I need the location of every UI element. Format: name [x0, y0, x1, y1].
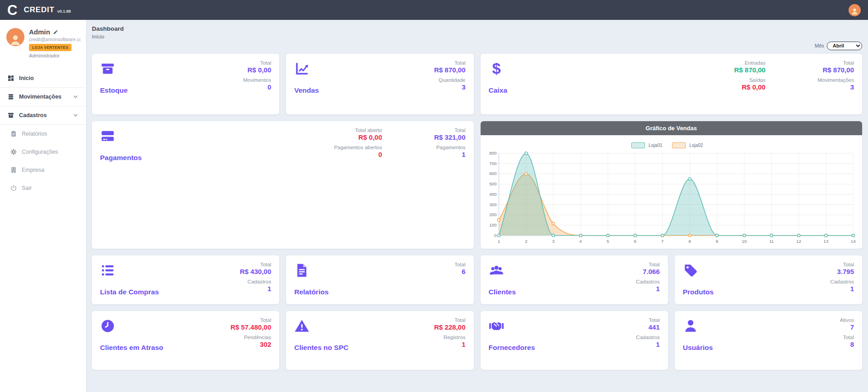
sidebar-item-relatorios[interactable]: Relatórios	[0, 125, 86, 143]
month-label: Mês	[815, 43, 824, 48]
stat-label: Pagamentos	[434, 145, 465, 150]
stat-label: Total	[230, 317, 271, 323]
card-title[interactable]: Relatórios	[294, 288, 465, 296]
top-bar: C CREDIT v0.1.88	[0, 0, 868, 20]
stat-label: Total	[434, 128, 465, 133]
card-clientes-em-atraso[interactable]: Clientes em Atraso TotalR$ 57.480,00 Pen…	[92, 311, 279, 370]
stat-label: Saídas	[734, 77, 765, 83]
stat-value: R$ 57.480,00	[230, 323, 271, 331]
card-estoque[interactable]: Estoque TotalR$ 0,00 Movimentos0	[92, 54, 279, 114]
card-clientes-no-spc[interactable]: Clientes no SPC TotalR$ 228,00 Registros…	[286, 311, 473, 370]
chart-legend[interactable]: Loja01 Loja02	[483, 141, 858, 150]
svg-text:14: 14	[851, 239, 856, 244]
chevron-down-icon	[72, 112, 79, 118]
stat-value: 7.066	[636, 268, 659, 275]
legend-label: Loja01	[649, 143, 662, 148]
stat-label: Total	[434, 317, 465, 323]
user-icon	[683, 318, 698, 334]
stat-value: R$ 321,00	[434, 133, 465, 141]
stat-value: 1	[434, 340, 465, 348]
stat-label: Total	[240, 262, 271, 267]
card-fornecedores[interactable]: Fornecedores Total441 Cadastros1	[481, 311, 668, 370]
database-icon	[7, 93, 14, 100]
card-usuarios[interactable]: Usuários Ativos7 Total8	[675, 311, 862, 370]
stat-label: Cadastros	[240, 279, 271, 284]
stat-label: Total	[454, 262, 465, 267]
card-relatorios[interactable]: Relatórios Total6	[286, 255, 473, 304]
stat-value: R$ 870,00	[434, 66, 465, 74]
sales-chart: 0100200300400500600700800123456789101112…	[483, 150, 858, 246]
building-icon	[10, 166, 17, 174]
stat-label: Registros	[434, 335, 465, 340]
svg-text:7: 7	[661, 239, 663, 244]
main-content: Dashboard Início Mês Abril Estoque Total…	[86, 20, 868, 392]
legend-swatch-loja01	[631, 142, 645, 148]
stat-value: 1	[636, 340, 659, 348]
stat-value: R$ 228,00	[434, 323, 465, 331]
page-title: Dashboard	[92, 25, 862, 32]
edit-profile-icon[interactable]	[53, 29, 58, 35]
chevron-down-icon	[72, 94, 79, 100]
card-produtos[interactable]: Produtos Total3.795 Cadastros1	[675, 255, 862, 304]
svg-text:2: 2	[525, 239, 527, 244]
svg-text:9: 9	[715, 239, 718, 244]
card-pagamentos[interactable]: Pagamentos Total abertoR$ 0,00 Pagamento…	[92, 121, 474, 249]
card-title[interactable]: Usuários	[683, 344, 854, 352]
sidebar-item-configuracoes[interactable]: Configurações	[0, 143, 86, 161]
card-clientes[interactable]: Clientes Total7.066 Cadastros1	[481, 255, 668, 304]
sidebar-item-empresa[interactable]: Empresa	[0, 161, 86, 179]
archive-icon	[7, 112, 14, 119]
chart-line-icon	[294, 61, 310, 76]
stat-value: R$ 0,00	[243, 66, 271, 74]
stat-value: 0	[243, 83, 271, 91]
stat-value: R$ 870,00	[734, 66, 765, 74]
sidebar-nav: Início Movimentações Cadastros Relatório…	[0, 69, 86, 197]
stat-value: 1	[636, 285, 659, 293]
clock-icon	[100, 318, 115, 334]
stat-label: Entradas	[734, 60, 765, 66]
svg-text:8: 8	[688, 239, 691, 244]
brand-name: CREDIT	[24, 5, 54, 14]
stat-value: R$ 0,00	[334, 133, 382, 141]
sidebar-item-sair[interactable]: Sair	[0, 179, 86, 197]
card-title[interactable]: Produtos	[683, 288, 854, 296]
gear-icon	[10, 148, 17, 156]
app-version: v0.1.88	[57, 9, 71, 14]
card-title[interactable]: Clientes	[489, 288, 660, 296]
svg-text:11: 11	[769, 239, 773, 244]
stat-label: Total	[830, 262, 854, 267]
svg-text:800: 800	[489, 151, 496, 156]
dashboard-grid: Estoque TotalR$ 0,00 Movimentos0 Vendas …	[92, 54, 862, 370]
sidebar-item-movimentacoes[interactable]: Movimentações	[0, 87, 86, 106]
card-caixa[interactable]: $ Caixa EntradasR$ 870,00 SaídasR$ 0,00 …	[481, 54, 863, 114]
stat-value: R$ 0,00	[734, 83, 765, 91]
avatar[interactable]	[6, 28, 24, 46]
stat-label: Total	[636, 317, 659, 323]
month-select[interactable]: Abril	[827, 42, 862, 50]
card-lista-de-compras[interactable]: Lista de Compras TotalR$ 430,00 Cadastro…	[92, 255, 279, 304]
user-avatar-button[interactable]	[849, 4, 861, 16]
svg-text:200: 200	[489, 212, 496, 217]
svg-text:4: 4	[579, 239, 582, 244]
svg-text:1: 1	[497, 239, 500, 244]
sidebar-item-inicio[interactable]: Início	[0, 69, 86, 87]
svg-text:13: 13	[823, 239, 828, 244]
handshake-icon	[489, 318, 504, 334]
power-icon	[10, 184, 17, 192]
card-title[interactable]: Fornecedores	[489, 344, 660, 352]
stat-label: Pagamentos abertos	[334, 145, 382, 150]
user-name: Admin	[29, 28, 50, 36]
card-vendas[interactable]: Vendas TotalR$ 870,00 Quantidade3	[286, 54, 473, 114]
warning-icon	[294, 318, 310, 334]
stat-label: Quantidade	[434, 77, 465, 83]
stat-value: 8	[840, 340, 854, 348]
chart-title: Gráfico de Vendas	[481, 121, 863, 135]
stat-value: 3	[817, 83, 854, 91]
stat-value: 1	[240, 285, 271, 293]
sidebar-item-label: Início	[19, 75, 34, 81]
sidebar-item-label: Relatórios	[22, 131, 47, 137]
sidebar-item-cadastros[interactable]: Cadastros	[0, 106, 86, 125]
person-icon	[9, 33, 22, 46]
grid-icon	[7, 75, 14, 82]
sidebar-item-label: Cadastros	[19, 112, 47, 118]
